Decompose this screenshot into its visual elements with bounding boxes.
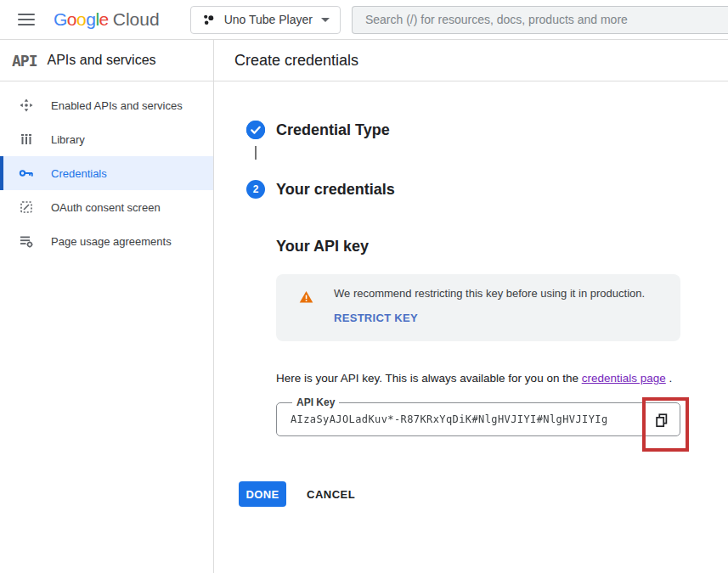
step-done-check-icon	[246, 121, 265, 139]
step-credential-type: Credential Type	[214, 121, 728, 139]
logo-letter: o	[76, 9, 86, 30]
sidebar-item-label: OAuth consent screen	[51, 201, 161, 214]
sidebar-item-library[interactable]: Library	[0, 122, 213, 156]
logo-cloud-text: Cloud	[113, 9, 160, 30]
sidebar-item-enabled-apis[interactable]: Enabled APIs and services	[0, 88, 213, 122]
api-logo-icon: API	[12, 52, 37, 70]
step-label: Your credentials	[276, 181, 395, 199]
copy-button[interactable]	[653, 412, 670, 429]
sidebar-item-oauth-consent[interactable]: OAuth consent screen	[0, 190, 213, 224]
sidebar-item-credentials[interactable]: Credentials	[0, 156, 213, 190]
chevron-down-icon	[321, 18, 330, 22]
content-area: API APIs and services Enabled APIs	[0, 40, 728, 573]
key-info-prefix: Here is your API key. This is always ava…	[276, 372, 582, 385]
step-number-badge: 2	[246, 180, 265, 199]
hub-icon	[19, 98, 34, 113]
sidebar-title: APIs and services	[48, 53, 156, 68]
warning-text: We recommend restricting this key before…	[334, 287, 645, 300]
step-connector-line	[255, 146, 257, 160]
agreements-gear-icon	[19, 233, 34, 249]
step-label: Credential Type	[276, 121, 390, 139]
api-key-value: AIzaSyAJOLadKuv*-R87KRxYqDiK#NlgHVJIYI#N…	[277, 413, 634, 425]
sidebar-item-label: Credentials	[51, 167, 107, 180]
sidebar-item-page-usage[interactable]: Page usage agreements	[0, 224, 213, 258]
done-button[interactable]: DONE	[239, 481, 286, 507]
sidebar: API APIs and services Enabled APIs	[0, 40, 214, 573]
key-info-text: Here is your API key. This is always ava…	[276, 372, 728, 385]
api-key-field[interactable]: API Key AIzaSyAJOLadKuv*-R87KRxYqDiK#Nlg…	[276, 402, 680, 436]
main-panel: Create credentials Credential Type 2	[214, 40, 728, 573]
logo-letter: e	[99, 9, 109, 30]
sidebar-item-label: Enabled APIs and services	[51, 99, 183, 112]
main-body: Credential Type 2 Your credentials Your …	[214, 81, 728, 507]
oauth-consent-icon	[19, 199, 34, 215]
sidebar-header: API APIs and services	[0, 40, 213, 81]
key-icon	[19, 166, 34, 181]
library-icon	[19, 132, 34, 147]
sidebar-item-label: Page usage agreements	[51, 235, 172, 248]
hamburger-menu-icon[interactable]	[18, 14, 35, 25]
sidebar-nav: Enabled APIs and services Library	[0, 81, 213, 258]
search-input[interactable]	[353, 13, 728, 26]
project-name: Uno Tube Player	[224, 13, 313, 26]
warning-box: We recommend restricting this key before…	[276, 274, 680, 341]
sidebar-item-label: Library	[51, 133, 85, 146]
project-dots-icon	[201, 13, 216, 27]
google-cloud-logo[interactable]: G o o g l e Cloud	[54, 9, 160, 30]
button-row: DONE CANCEL	[239, 481, 728, 507]
search-box	[352, 6, 728, 34]
warning-triangle-icon	[299, 290, 313, 304]
section-heading: Your API key	[276, 238, 728, 256]
restrict-key-button[interactable]: RESTRICT KEY	[334, 312, 418, 324]
warning-content: We recommend restricting this key before…	[334, 287, 645, 341]
step-your-credentials: 2 Your credentials	[214, 180, 728, 199]
cancel-button[interactable]: CANCEL	[307, 488, 355, 501]
key-info-suffix: .	[666, 372, 673, 385]
logo-letter: g	[86, 9, 95, 30]
top-bar: G o o g l e Cloud Uno Tube Player	[0, 0, 728, 40]
google-cloud-console: G o o g l e Cloud Uno Tube Player API	[0, 0, 728, 573]
logo-letter: o	[67, 9, 76, 30]
copy-icon	[654, 413, 669, 428]
page-title: Create credentials	[214, 40, 728, 81]
logo-letter: G	[54, 9, 67, 30]
credentials-page-link[interactable]: credentials page	[582, 372, 666, 385]
api-key-field-label: API Key	[292, 396, 339, 408]
project-selector[interactable]: Uno Tube Player	[190, 6, 341, 34]
